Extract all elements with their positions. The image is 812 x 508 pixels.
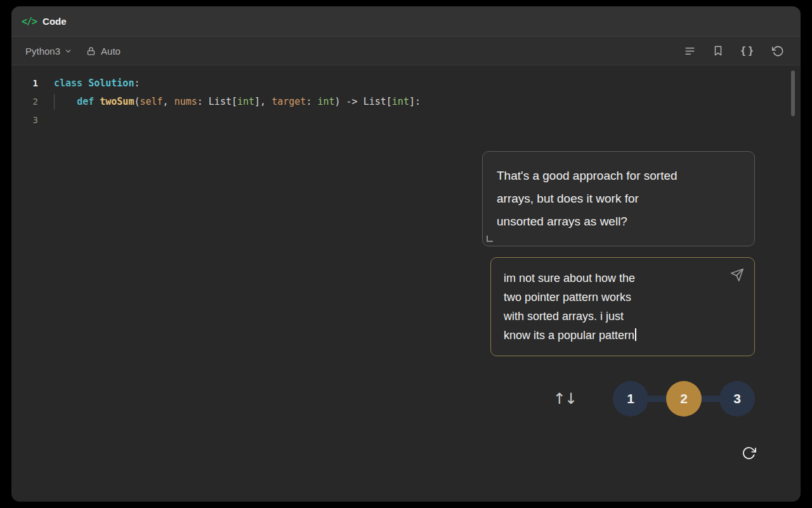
code-token: class — [54, 77, 88, 89]
page-connector — [702, 396, 719, 402]
panel-header: </> Code — [11, 6, 801, 37]
code-line[interactable]: 2 def twoSum(self, nums: List[int], targ… — [11, 93, 801, 111]
assistant-message-text: That's a good approach for sorted arrays… — [497, 169, 678, 228]
page-button-1[interactable]: 1 — [613, 381, 648, 417]
code-token: self — [140, 96, 162, 107]
code-token: ) -> List[ — [335, 96, 392, 107]
page-connector — [648, 396, 666, 402]
code-token: : — [134, 77, 140, 89]
code-token: def — [77, 96, 100, 107]
code-token: List[ — [209, 96, 237, 107]
refresh-cw-icon — [742, 446, 756, 460]
code-line[interactable]: 1class Solution: — [11, 74, 801, 93]
reset-ccw-icon — [772, 45, 784, 57]
code-panel: </> Code Python3 Auto {} — [11, 6, 801, 502]
code-token: int — [392, 96, 409, 107]
code-text — [38, 111, 54, 130]
code-token: ]: — [409, 96, 421, 107]
editor-toolbar: Python3 Auto {} — [11, 37, 801, 65]
editor-scrollbar[interactable] — [791, 70, 795, 116]
resize-corner-icon — [487, 236, 493, 242]
message-pagination: ↑↓ 123 — [553, 381, 755, 417]
scroll-up-down-arrows[interactable]: ↑↓ — [553, 390, 576, 408]
bookmark-button[interactable] — [712, 45, 724, 57]
autosave-indicator: Auto — [86, 46, 121, 57]
code-token: int — [237, 96, 254, 107]
autosave-label: Auto — [101, 46, 121, 57]
code-token: ], — [254, 96, 272, 107]
code-token: : — [197, 96, 209, 107]
assistant-message-bubble: That's a good approach for sorted arrays… — [482, 151, 755, 246]
code-token: : — [306, 96, 317, 107]
page-circles: 123 — [613, 381, 755, 417]
code-text: class Solution: — [38, 74, 140, 93]
text-cursor — [635, 328, 636, 341]
lock-icon — [86, 46, 96, 56]
code-token: target — [272, 96, 306, 107]
reset-code-button[interactable] — [772, 45, 784, 57]
code-token: twoSum — [100, 96, 134, 107]
language-selector[interactable]: Python3 — [25, 46, 72, 57]
panel-title: Code — [43, 16, 67, 27]
code-brackets-icon: </> — [22, 16, 37, 27]
code-lines: 1class Solution:2 def twoSum(self, nums:… — [11, 74, 801, 130]
chat-input-text: im not sure about how the two pointer pa… — [504, 272, 635, 342]
chat-input[interactable]: im not sure about how the two pointer pa… — [490, 257, 755, 356]
code-text: def twoSum(self, nums: List[int], target… — [38, 93, 421, 111]
line-number: 2 — [11, 93, 38, 111]
snippets-button[interactable]: {} — [740, 45, 756, 57]
code-line[interactable]: 3 — [11, 111, 801, 130]
language-label: Python3 — [25, 46, 60, 57]
format-lines-icon — [684, 45, 696, 57]
page-button-2[interactable]: 2 — [666, 381, 702, 417]
send-paper-plane-icon — [730, 268, 744, 282]
code-token: int — [317, 96, 334, 107]
toolbar-actions: {} — [684, 45, 784, 57]
page-button-3[interactable]: 3 — [719, 381, 755, 417]
line-number: 1 — [11, 74, 38, 93]
bookmark-icon — [712, 45, 724, 57]
line-number: 3 — [11, 111, 38, 130]
code-token — [54, 96, 77, 107]
chevron-down-icon — [64, 47, 72, 55]
braces-icon: {} — [740, 45, 756, 57]
format-code-button[interactable] — [684, 45, 696, 57]
code-token: nums — [174, 96, 197, 107]
code-token: Solution — [88, 77, 134, 89]
send-button[interactable] — [730, 268, 744, 288]
refresh-button[interactable] — [742, 446, 756, 463]
code-token: , — [163, 96, 174, 107]
